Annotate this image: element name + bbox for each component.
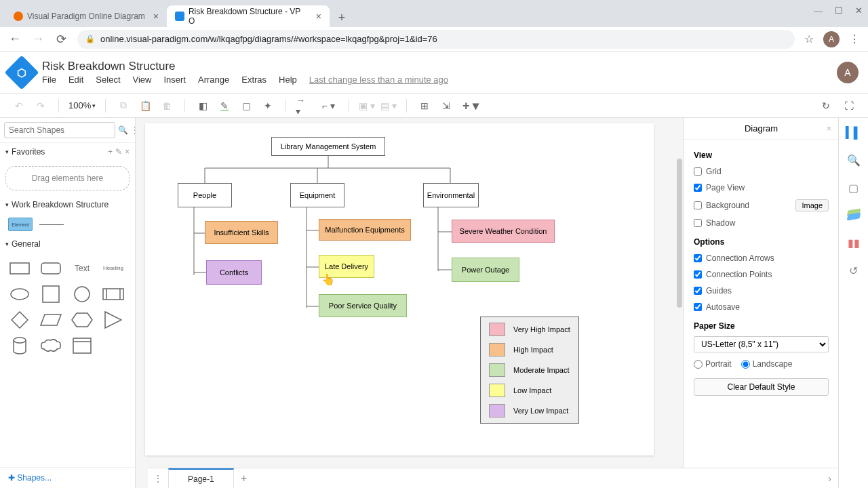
avatar[interactable]: A (837, 62, 859, 83)
shapes-button[interactable]: ✚ Shapes... (0, 467, 135, 488)
shape-roundrect[interactable] (38, 258, 64, 279)
menu-edit[interactable]: Edit (68, 75, 83, 85)
front-icon[interactable]: ▣ ▾ (359, 98, 375, 114)
back-icon[interactable]: ▤ ▾ (380, 98, 397, 114)
shape-square[interactable] (38, 284, 64, 304)
favorites-header[interactable]: ▾ Favorites +✎× (0, 143, 135, 161)
shadow-icon[interactable]: ▢ (238, 98, 254, 114)
radio-landscape[interactable]: Landscape (741, 359, 793, 369)
shape-hexagon[interactable] (69, 310, 95, 330)
page-nav-next[interactable]: › (828, 473, 838, 484)
canvas[interactable]: Library Management System People Equipme… (136, 118, 684, 488)
radio-portrait[interactable]: Portrait (694, 359, 732, 369)
general-header[interactable]: ▾ General (0, 235, 135, 253)
image-button[interactable]: Image (795, 199, 829, 211)
maximize-icon[interactable]: ☐ (835, 5, 843, 16)
history-icon[interactable]: ↺ (849, 264, 858, 277)
new-tab-button[interactable]: + (332, 8, 351, 27)
shape-process[interactable] (100, 284, 126, 304)
outline-icon[interactable]: ▢ (848, 182, 859, 195)
check-conn-arrows[interactable]: Connection Arrows (694, 252, 829, 264)
search-icon[interactable]: 🔍 (847, 154, 861, 167)
node-equipment[interactable]: Equipment (290, 183, 344, 207)
close-icon[interactable]: ✕ (855, 5, 863, 16)
page-tab[interactable]: Page-1 (168, 468, 234, 489)
forward-button[interactable]: → (31, 33, 45, 46)
menu-view[interactable]: View (133, 75, 152, 85)
close-icon[interactable]: × (316, 11, 321, 22)
linecolor-icon[interactable]: ✎ (216, 98, 233, 114)
shape-circle[interactable] (69, 284, 95, 304)
edit-icon[interactable]: ✎ (115, 147, 122, 157)
shape-parallelogram[interactable] (38, 310, 64, 330)
paste-icon[interactable]: 📋 (137, 98, 153, 114)
sync-icon[interactable]: ↻ (818, 98, 834, 114)
shape-triangle[interactable] (100, 310, 126, 330)
v-scrollbar[interactable] (677, 159, 682, 308)
kebab-icon[interactable]: ⋮ (849, 33, 860, 45)
shape-diamond[interactable] (7, 310, 33, 330)
page-menu-icon[interactable]: ⋮ (148, 473, 168, 484)
legend[interactable]: Very High Impact High Impact Moderate Im… (480, 317, 579, 424)
check-shadow[interactable]: Shadow (694, 217, 829, 229)
wbs-connector-shape[interactable] (39, 224, 64, 225)
check-grid[interactable]: Grid (694, 165, 829, 178)
node-severe-weather[interactable]: Severe Weather Condition (452, 220, 555, 243)
shape-rect[interactable] (7, 258, 33, 279)
shape-cloud[interactable] (38, 336, 64, 356)
bookmarks-icon[interactable]: ▮▮ (848, 237, 860, 249)
menu-arrange[interactable]: Arrange (198, 75, 229, 85)
plus-icon[interactable]: + (108, 147, 113, 157)
browser-tab-active[interactable]: Risk Breakdown Structure - VP O × (167, 5, 330, 27)
kebab-icon[interactable]: ⋮ (131, 125, 136, 135)
check-page-view[interactable]: Page View (694, 182, 829, 194)
canvas-page[interactable]: Library Management System People Equipme… (145, 123, 654, 455)
delete-icon[interactable]: 🗑 (159, 98, 175, 114)
check-guides[interactable]: Guides (694, 285, 829, 297)
shape-document[interactable] (69, 336, 95, 356)
close-icon[interactable]: × (153, 11, 159, 22)
avatar[interactable]: A (823, 31, 840, 47)
node-people[interactable]: People (178, 183, 232, 207)
fillcolor-icon[interactable]: ◧ (195, 98, 211, 114)
shape-ellipse[interactable] (7, 284, 33, 304)
doc-title[interactable]: Risk Breakdown Structure (42, 60, 448, 73)
node-conflicts[interactable]: Conflicts (206, 260, 262, 285)
fit-icon[interactable]: ⇲ (438, 98, 454, 114)
layers-icon[interactable] (848, 209, 860, 222)
node-poor-service[interactable]: Poor Service Quality (319, 294, 407, 317)
grid-icon[interactable]: ⊞ (416, 98, 433, 114)
close-icon[interactable]: × (826, 123, 831, 134)
wbs-header[interactable]: ▾ Work Breakdown Structure (0, 196, 135, 214)
node-root[interactable]: Library Management System (271, 137, 385, 156)
check-autosave[interactable]: Autosave (694, 301, 829, 313)
node-late-delivery[interactable]: Late Delivery (319, 255, 374, 278)
node-malfunction[interactable]: Malfunction Equipments (319, 219, 411, 241)
menu-select[interactable]: Select (96, 75, 120, 85)
search-input[interactable] (4, 122, 115, 138)
check-background[interactable]: Background (694, 201, 749, 210)
back-button[interactable]: ← (8, 33, 22, 46)
fullscreen-icon[interactable]: ⛶ (841, 98, 857, 114)
app-logo[interactable]: ⬡ (5, 55, 39, 89)
star-icon[interactable]: ☆ (804, 33, 814, 45)
waypoint-icon[interactable]: ⌐ ▾ (317, 98, 339, 114)
connector-icon[interactable]: → ▾ (296, 98, 312, 114)
favorites-dropzone[interactable]: Drag elements here (5, 166, 130, 190)
zoom-dropdown[interactable]: 100% ▾ (68, 100, 96, 110)
node-environmental[interactable]: Environmental (423, 183, 479, 207)
url-field[interactable]: 🔒 online.visual-paradigm.com/w/lkqagfpg/… (77, 30, 795, 49)
style-icon[interactable]: ✦ (260, 98, 276, 114)
last-change[interactable]: Last change less than a minute ago (309, 75, 448, 85)
browser-tab[interactable]: Visual Paradigm Online Diagram × (5, 5, 167, 27)
clear-default-style-button[interactable]: Clear Default Style (694, 378, 829, 396)
close-icon[interactable]: × (125, 147, 130, 157)
menu-file[interactable]: File (42, 75, 56, 85)
shape-heading[interactable]: Heading (100, 258, 126, 279)
add-page-button[interactable]: + (234, 472, 254, 485)
check-conn-points[interactable]: Connection Points (694, 268, 829, 281)
style-icon[interactable]: ▍▌ (846, 126, 861, 139)
node-power-outage[interactable]: Power Outage (452, 258, 519, 282)
wbs-element-shape[interactable]: Element (8, 218, 33, 231)
menu-extras[interactable]: Extras (241, 75, 267, 85)
